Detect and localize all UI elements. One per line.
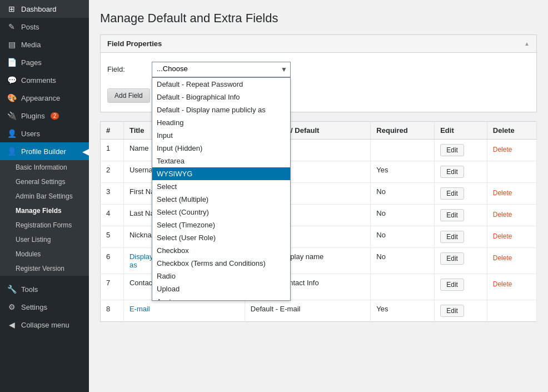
cell-edit: Edit	[435, 248, 487, 274]
cell-delete: Delete	[487, 183, 536, 205]
cell-edit: Edit	[435, 140, 487, 161]
dropdown-item[interactable]: Select (User Role)	[152, 231, 290, 244]
dropdown-item[interactable]: Select (Timezone)	[152, 219, 290, 231]
cell-num: 6	[101, 248, 124, 274]
cell-edit: Edit	[435, 274, 487, 300]
dropdown-item[interactable]: Select	[152, 180, 290, 193]
delete-button[interactable]: Delete	[493, 144, 512, 155]
field-properties-body: Field: ...Choose ▼ Default - Repeat Pass…	[101, 53, 536, 112]
posts-icon: ✎	[7, 22, 17, 31]
sidebar-item-label: Users	[21, 130, 40, 138]
sidebar-item-label: Settings	[21, 303, 47, 311]
dropdown-item[interactable]: Select (Multiple)	[152, 193, 290, 206]
delete-button[interactable]: Delete	[493, 252, 512, 264]
cell-required	[371, 140, 435, 161]
cell-edit: Edit	[435, 205, 487, 226]
field-properties-box: Field Properties ▲ Field: ...Choose ▼ De…	[100, 34, 537, 112]
edit-button[interactable]: Edit	[440, 279, 464, 291]
dropdown-item[interactable]: Radio	[152, 270, 290, 282]
cell-edit: Edit	[435, 300, 487, 322]
users-icon: 👤	[7, 129, 17, 138]
submenu-registration-forms[interactable]: Registration Forms	[0, 218, 89, 232]
delete-button[interactable]: Delete	[493, 279, 512, 290]
submenu-manage-fields[interactable]: Manage Fields	[0, 204, 89, 218]
dropdown-scroll-area[interactable]: Default - Repeat PasswordDefault - Biogr…	[152, 78, 290, 300]
edit-button[interactable]: Edit	[440, 144, 464, 156]
edit-button[interactable]: Edit	[440, 187, 464, 200]
sidebar-item-profile-builder[interactable]: 👤 Profile Builder ◀	[0, 142, 89, 160]
submenu-modules[interactable]: Modules	[0, 247, 89, 261]
cell-required: No	[371, 226, 435, 248]
delete-button[interactable]: Delete	[493, 209, 512, 220]
sidebar-item-label: Dashboard	[21, 5, 57, 13]
profile-builder-icon: 👤	[7, 147, 17, 156]
sidebar-item-comments[interactable]: 💬 Comments	[0, 71, 89, 89]
add-field-button[interactable]: Add Field	[107, 88, 150, 103]
sidebar-item-dashboard[interactable]: ⊞ Dashboard	[0, 0, 89, 18]
cell-delete: Delete	[487, 274, 536, 300]
col-required: Required	[371, 122, 435, 140]
dropdown-item[interactable]: Default - Display name publicly as	[152, 103, 290, 116]
cell-num: 4	[101, 205, 124, 226]
dropdown-item[interactable]: Avatar	[152, 295, 290, 300]
pages-icon: 📄	[7, 58, 17, 67]
sidebar-item-collapse[interactable]: ◀ Collapse menu	[0, 316, 89, 334]
submenu-user-listing[interactable]: User Listing	[0, 232, 89, 247]
media-icon: ▤	[7, 40, 17, 49]
field-label: Field:	[107, 62, 152, 73]
cell-num: 2	[101, 161, 124, 183]
sidebar-item-tools[interactable]: 🔧 Tools	[0, 280, 89, 298]
dropdown-item[interactable]: Checkbox (Terms and Conditions)	[152, 257, 290, 270]
delete-button[interactable]: Delete	[493, 231, 512, 242]
settings-icon: ⚙	[7, 302, 17, 311]
field-properties-title: Field Properties	[107, 39, 162, 48]
dropdown-item[interactable]: Select (Country)	[152, 206, 290, 219]
edit-button[interactable]: Edit	[440, 305, 464, 317]
comments-icon: 💬	[7, 76, 17, 85]
sidebar-item-label: Posts	[21, 23, 39, 31]
dropdown-item[interactable]: Default - Biographical Info	[152, 91, 290, 103]
edit-button[interactable]: Edit	[440, 166, 464, 178]
cell-edit: Edit	[435, 161, 487, 183]
submenu-admin-bar-settings[interactable]: Admin Bar Settings	[0, 189, 89, 204]
sidebar-item-label: Appearance	[21, 94, 60, 102]
cell-required: No	[371, 248, 435, 274]
dropdown-item[interactable]: Input	[152, 129, 290, 142]
dropdown-item[interactable]: WYSIWYG	[152, 167, 290, 180]
cell-delete: Delete	[487, 140, 536, 161]
dropdown-item[interactable]: Default - Repeat Password	[152, 78, 290, 91]
table-row: 8E-mailDefault - E-mailYesEdit	[101, 300, 537, 322]
sidebar-item-plugins[interactable]: 🔌 Plugins 2	[0, 107, 89, 125]
submenu-basic-information[interactable]: Basic Information	[0, 160, 89, 175]
dropdown-item[interactable]: Input (Hidden)	[152, 142, 290, 155]
dropdown-item[interactable]: Heading	[152, 116, 290, 129]
cell-delete	[487, 300, 536, 322]
sidebar-item-users[interactable]: 👤 Users	[0, 125, 89, 142]
field-select-display[interactable]: ...Choose	[152, 62, 291, 77]
field-select-wrapper: ...Choose ▼ Default - Repeat PasswordDef…	[152, 62, 291, 77]
sidebar-item-settings[interactable]: ⚙ Settings	[0, 298, 89, 316]
field-selector-row: Field: ...Choose ▼ Default - Repeat Pass…	[107, 62, 530, 77]
cell-required: No	[371, 183, 435, 205]
plugins-icon: 🔌	[7, 111, 17, 120]
delete-button[interactable]: Delete	[493, 187, 512, 199]
dropdown-item[interactable]: Checkbox	[152, 244, 290, 257]
edit-button[interactable]: Edit	[440, 252, 464, 265]
edit-button[interactable]: Edit	[440, 231, 464, 243]
sidebar-item-media[interactable]: ▤ Media	[0, 36, 89, 53]
sidebar: ⊞ Dashboard ✎ Posts ▤ Media 📄 Pages 💬 Co…	[0, 0, 89, 392]
submenu-general-settings[interactable]: General Settings	[0, 175, 89, 189]
sidebar-item-label: Comments	[21, 76, 56, 85]
sidebar-item-pages[interactable]: 📄 Pages	[0, 53, 89, 71]
cell-edit: Edit	[435, 183, 487, 205]
dropdown-item[interactable]: Textarea	[152, 155, 290, 167]
dropdown-item[interactable]: Upload	[152, 282, 290, 295]
cell-edit: Edit	[435, 226, 487, 248]
submenu-register-version[interactable]: Register Version	[0, 261, 89, 276]
sidebar-item-appearance[interactable]: 🎨 Appearance	[0, 89, 89, 107]
edit-button[interactable]: Edit	[440, 209, 464, 221]
collapse-arrow-icon[interactable]: ▲	[524, 41, 530, 47]
col-delete: Delete	[487, 122, 536, 140]
page-title: Manage Default and Extra Fields	[100, 11, 537, 26]
sidebar-item-posts[interactable]: ✎ Posts	[0, 18, 89, 36]
